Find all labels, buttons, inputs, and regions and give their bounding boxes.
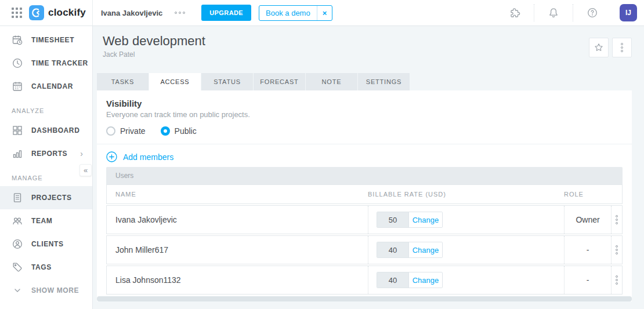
rate-control[interactable]: 40 Change [377, 272, 443, 288]
clock-icon [12, 57, 23, 69]
row-menu-button[interactable] [611, 206, 622, 234]
row-menu-button[interactable] [611, 266, 622, 294]
tab-note[interactable]: NOTE [306, 73, 357, 90]
column-header-role: ROLE [564, 191, 611, 198]
row-menu-button[interactable] [611, 236, 622, 264]
rate-cell: 50 Change [368, 206, 564, 234]
sidebar-item-label: PROJECTS [31, 194, 71, 202]
kebab-menu-icon [616, 215, 618, 224]
sidebar-item-label: TEAM [31, 217, 52, 225]
visibility-heading: Visibility [106, 99, 623, 109]
rate-cell: 40 Change [368, 236, 564, 264]
column-header-rate: BILLABLE RATE (USD) [368, 191, 564, 198]
tab-tasks[interactable]: TASKS [97, 73, 149, 90]
clockify-logo-icon [29, 5, 44, 20]
add-members-button[interactable]: Add members [106, 151, 173, 162]
sidebar-item-label: REPORTS [31, 150, 67, 158]
member-role: - [564, 266, 611, 294]
team-icon [12, 215, 23, 227]
apps-grid-glyph [12, 8, 22, 18]
access-panel: Visibility Everyone can track time on pu… [97, 90, 632, 301]
sidebar-item-calendar[interactable]: CALENDAR [0, 75, 92, 98]
workspace-menu-dots-icon[interactable] [172, 9, 187, 16]
user-avatar[interactable]: IJ [620, 4, 637, 21]
book-demo-label[interactable]: Book a demo [259, 6, 317, 20]
chevron-down-icon [12, 285, 23, 296]
topbar-right-icons: IJ [495, 0, 644, 26]
upgrade-button[interactable]: UPGRADE [201, 5, 251, 21]
timesheet-icon [12, 34, 23, 46]
table-row: John Miller617 40 Change - [106, 235, 623, 264]
help-icon[interactable] [573, 5, 612, 21]
rate-value: 40 [377, 242, 408, 257]
radio-checked-icon[interactable] [161, 126, 170, 136]
sidebar-item-label: CALENDAR [31, 82, 73, 90]
book-demo-button[interactable]: Book a demo × [259, 5, 332, 21]
kebab-menu-icon [616, 275, 618, 285]
sidebar-item-label: CLIENTS [31, 240, 64, 248]
change-rate-button[interactable]: Change [408, 272, 442, 288]
member-name: John Miller617 [107, 245, 368, 255]
clockify-logo[interactable]: clockify [29, 5, 86, 20]
integrations-puzzle-icon[interactable] [495, 5, 534, 21]
sidebar-item-label: TAGS [31, 263, 52, 271]
radio-private-label: Private [120, 126, 146, 136]
table-row: Lisa Johnson1132 40 Change - [106, 266, 623, 295]
favorite-star-button[interactable] [589, 38, 609, 57]
project-tabs: TASKS ACCESS STATUS FORECAST NOTE SETTIN… [97, 73, 644, 90]
kebab-menu-icon [621, 43, 623, 52]
header-actions [589, 38, 632, 57]
sidebar-item-timesheet[interactable]: TIMESHEET [0, 28, 92, 52]
dashboard-icon [12, 125, 23, 136]
horizontal-scrollbar[interactable] [97, 296, 632, 301]
radio-unchecked-icon[interactable] [106, 126, 115, 136]
tab-forecast[interactable]: FORECAST [254, 73, 305, 90]
project-client: Jack Patel [103, 50, 644, 59]
rate-control[interactable]: 40 Change [377, 242, 443, 258]
tags-icon [12, 261, 23, 273]
change-rate-button[interactable]: Change [408, 212, 442, 227]
sidebar: TIMESHEET TIME TRACKER CALENDAR ANALYZE … [0, 26, 93, 309]
workspace-name[interactable]: Ivana Jakovljevic [101, 9, 162, 17]
sidebar-item-label: SHOW MORE [31, 286, 79, 295]
radio-public-label: Public [175, 126, 197, 136]
book-demo-close-icon[interactable]: × [317, 6, 332, 20]
sidebar-item-dashboard[interactable]: DASHBOARD [0, 119, 92, 142]
project-header: Web development Jack Patel [93, 26, 644, 59]
project-menu-button[interactable] [612, 38, 632, 57]
projects-icon [12, 192, 23, 203]
sidebar-collapse-button[interactable]: « [79, 164, 92, 176]
section-divider [97, 144, 632, 144]
table-header-row: NAME BILLABLE RATE (USD) ROLE [106, 184, 623, 204]
member-name: Ivana Jakovljevic [107, 215, 368, 224]
sidebar-item-time-tracker[interactable]: TIME TRACKER [0, 52, 92, 75]
column-header-name: NAME [107, 191, 368, 198]
main-content: Web development Jack Patel TASKS ACCESS … [93, 26, 644, 309]
visibility-options: Private Public [106, 125, 623, 137]
sidebar-item-team[interactable]: TEAM [0, 209, 92, 232]
tab-settings[interactable]: SETTINGS [358, 73, 410, 90]
sidebar-item-label: DASHBOARD [31, 126, 79, 134]
sidebar-item-reports[interactable]: REPORTS › [0, 142, 92, 165]
sidebar-item-clients[interactable]: CLIENTS [0, 232, 92, 256]
sidebar-item-projects[interactable]: PROJECTS [0, 186, 92, 209]
radio-public[interactable]: Public [161, 126, 197, 136]
sidebar-item-show-more[interactable]: SHOW MORE [0, 279, 92, 302]
member-role: - [564, 236, 611, 264]
change-rate-button[interactable]: Change [408, 242, 442, 257]
member-name: Lisa Johnson1132 [107, 275, 368, 285]
member-role: Owner [564, 206, 611, 234]
chevron-right-icon: › [80, 149, 83, 158]
rate-value: 40 [377, 272, 408, 288]
sidebar-section-manage: MANAGE [0, 165, 92, 186]
tab-access[interactable]: ACCESS [149, 73, 201, 90]
sidebar-item-tags[interactable]: TAGS [0, 256, 92, 279]
tab-status[interactable]: STATUS [201, 73, 253, 90]
apps-grid-icon[interactable] [11, 7, 23, 19]
notifications-bell-icon[interactable] [534, 5, 573, 21]
sidebar-item-label: TIMESHEET [31, 36, 74, 44]
page-title: Web development [103, 34, 644, 49]
users-group-header: Users [106, 167, 623, 184]
radio-private[interactable]: Private [106, 126, 146, 136]
rate-control[interactable]: 50 Change [377, 212, 443, 228]
